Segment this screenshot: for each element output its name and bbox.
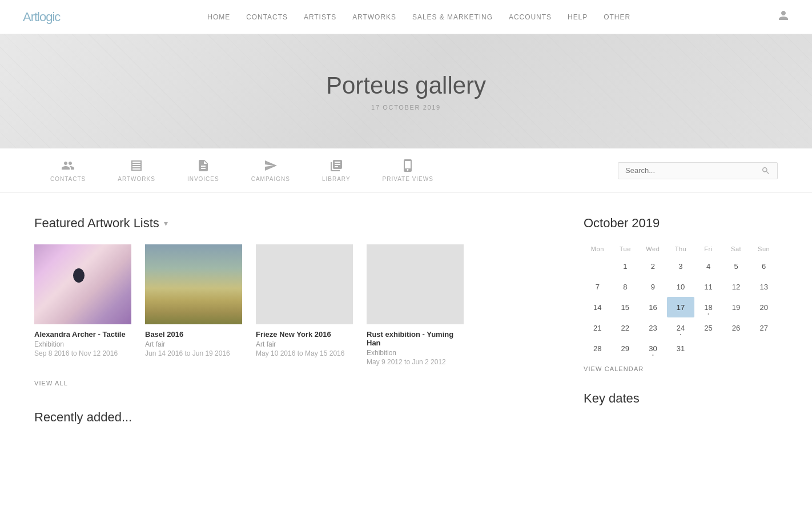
calendar-day[interactable]: 25 [694,317,722,338]
nav-help[interactable]: HELP [568,13,588,21]
artwork-name-2: Basel 2016 [145,330,242,339]
nav-links: HOME CONTACTS ARTISTS ARTWORKS SALES & M… [207,13,630,21]
calendar-day[interactable]: 30 [639,338,667,359]
artworks-label: ARTWORKS [118,176,155,182]
calendar-day-header: Sat [722,242,750,256]
artwork-date-4: May 9 2012 to Jun 2 2012 [367,358,464,366]
nav-invoices-icon-item[interactable]: INVOICES [171,148,235,192]
icon-nav-items: CONTACTS ARTWORKS INVOICES CAMPAIGNS LIB… [34,148,449,192]
artwork-thumb-1[interactable] [34,244,131,324]
calendar-day[interactable]: 24 [667,317,695,338]
contacts-icon [61,159,75,172]
logo[interactable]: Artlogic [23,10,60,25]
top-nav: Artlogic HOME CONTACTS ARTISTS ARTWORKS … [0,0,812,34]
calendar-day-header: Wed [639,242,667,256]
calendar-day[interactable]: 23 [639,317,667,338]
calendar-day[interactable]: 17 [667,297,695,317]
artwork-name-4: Rust exhibition - Yuming Han [367,330,464,347]
nav-other[interactable]: OTHER [604,13,630,21]
featured-dropdown-arrow[interactable]: ▾ [164,219,168,228]
artwork-thumb-4[interactable] [367,244,464,324]
artworks-icon [130,159,143,172]
calendar-day[interactable]: 11 [694,276,722,297]
calendar-day[interactable]: 22 [612,317,640,338]
calendar-day [750,338,778,359]
search-input[interactable] [625,166,761,175]
main-content: Featured Artwork Lists ▾ Alexandra Arche… [0,193,812,448]
nav-privateviews-icon-item[interactable]: PRIVATE VIEWS [367,148,449,192]
artwork-type-4: Exhibition [367,349,464,357]
calendar-day[interactable]: 20 [750,297,778,317]
calendar-table: MonTueWedThuFriSatSun 123456789101112131… [584,242,778,359]
nav-accounts[interactable]: ACCOUNTS [509,13,552,21]
calendar-day[interactable]: 19 [722,297,750,317]
nav-library-icon-item[interactable]: LIBRARY [306,148,367,192]
invoices-label: INVOICES [187,176,219,182]
calendar-day[interactable]: 16 [639,297,667,317]
nav-sales[interactable]: SALES & MARKETING [412,13,493,21]
calendar-day[interactable]: 4 [694,256,722,276]
view-calendar-link[interactable]: VIEW CALENDAR [584,365,644,372]
calendar-day [722,338,750,359]
key-dates-title: Key dates [584,391,778,406]
calendar-day[interactable]: 15 [612,297,640,317]
calendar-day[interactable]: 26 [722,317,750,338]
calendar-day[interactable]: 31 [667,338,695,359]
artwork-name-3: Frieze New York 2016 [256,330,353,339]
calendar-day-header: Fri [694,242,722,256]
left-panel: Featured Artwork Lists ▾ Alexandra Arche… [34,216,549,425]
hero-title: Porteus gallery [326,72,486,99]
contacts-label: CONTACTS [50,176,86,182]
library-label: LIBRARY [322,176,351,182]
artwork-date-3: May 10 2016 to May 15 2016 [256,349,353,357]
artwork-card-1: Alexandra Archer - Tactile Exhibition Se… [34,244,131,366]
hero-banner: Porteus gallery 17 OCTOBER 2019 [0,34,812,148]
privateviews-icon [401,159,415,172]
calendar-section: October 2019 MonTueWedThuFriSatSun 12345… [584,216,778,373]
nav-artworks[interactable]: ARTWORKS [352,13,396,21]
artwork-thumb-2[interactable] [145,244,242,324]
artwork-date-2: Jun 14 2016 to Jun 19 2016 [145,349,242,357]
user-icon[interactable] [778,10,789,24]
calendar-day[interactable]: 12 [722,276,750,297]
search-icon [761,166,770,175]
calendar-day[interactable]: 29 [612,338,640,359]
calendar-day[interactable]: 9 [639,276,667,297]
nav-home[interactable]: HOME [207,13,230,21]
featured-title: Featured Artwork Lists [34,216,159,231]
calendar-day[interactable]: 2 [639,256,667,276]
calendar-day[interactable]: 3 [667,256,695,276]
calendar-day[interactable]: 6 [750,256,778,276]
calendar-day-header: Tue [612,242,640,256]
nav-contacts-icon-item[interactable]: CONTACTS [34,148,102,192]
calendar-day-header: Mon [584,242,612,256]
hero-date: 17 OCTOBER 2019 [371,104,441,111]
nav-contacts[interactable]: CONTACTS [246,13,288,21]
campaigns-label: CAMPAIGNS [251,176,290,182]
calendar-day-header: Thu [667,242,695,256]
nav-campaigns-icon-item[interactable]: CAMPAIGNS [235,148,306,192]
calendar-day[interactable]: 18 [694,297,722,317]
calendar-day[interactable]: 28 [584,338,612,359]
artwork-thumb-3[interactable] [256,244,353,324]
calendar-day[interactable]: 10 [667,276,695,297]
calendar-day[interactable]: 21 [584,317,612,338]
search-box [618,162,778,179]
calendar-day [584,256,612,276]
calendar-day[interactable]: 5 [722,256,750,276]
calendar-day[interactable]: 14 [584,297,612,317]
nav-artworks-icon-item[interactable]: ARTWORKS [102,148,171,192]
calendar-day[interactable]: 7 [584,276,612,297]
recently-added-title: Recently added... [34,410,549,425]
calendar-day[interactable]: 13 [750,276,778,297]
privateviews-label: PRIVATE VIEWS [383,176,433,182]
calendar-day-header: Sun [750,242,778,256]
calendar-day[interactable]: 8 [612,276,640,297]
artwork-date-1: Sep 8 2016 to Nov 12 2016 [34,349,131,357]
calendar-day[interactable]: 27 [750,317,778,338]
view-all-link[interactable]: VIEW ALL [34,380,68,387]
nav-artists[interactable]: ARTISTS [304,13,336,21]
featured-section-header: Featured Artwork Lists ▾ [34,216,549,231]
calendar-title: October 2019 [584,216,778,231]
calendar-day[interactable]: 1 [612,256,640,276]
